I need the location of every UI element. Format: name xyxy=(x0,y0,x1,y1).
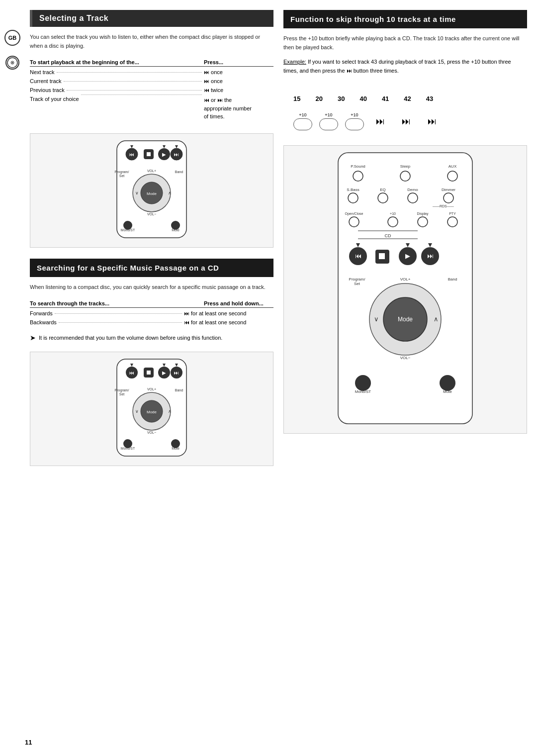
svg-text:Dimmer: Dimmer xyxy=(442,188,455,192)
backwards-label: Backwards xyxy=(30,319,57,325)
col1-header: To start playback at the beginning of th… xyxy=(30,59,204,65)
svg-text:Program/: Program/ xyxy=(115,388,129,392)
dots xyxy=(57,72,202,73)
svg-text:Mode: Mode xyxy=(147,191,157,196)
table-row: Current track ⏭ once xyxy=(30,77,273,86)
svg-text:VOL−: VOL− xyxy=(147,212,156,216)
svg-text:PTY: PTY xyxy=(449,212,456,215)
svg-text:Set: Set xyxy=(119,174,125,178)
row3-label: Previous track xyxy=(30,87,65,93)
selecting-track-header: Selecting a Track xyxy=(30,10,273,27)
svg-point-103 xyxy=(355,375,371,391)
skip-arrow-2: ⏭ xyxy=(397,116,416,127)
row1-value: ⏭ once xyxy=(204,69,273,75)
svg-point-59 xyxy=(353,171,363,181)
svg-text:——RDS——: ——RDS—— xyxy=(433,204,454,208)
svg-point-2 xyxy=(12,62,13,64)
track-20: 20 xyxy=(315,95,322,102)
plus10-oval-2 xyxy=(319,118,338,130)
left-column: Selecting a Track You can select the tra… xyxy=(30,10,273,746)
svg-text:⏮: ⏮ xyxy=(129,370,134,376)
svg-point-66 xyxy=(348,193,358,203)
track-numbers-diagram: 15 20 30 40 41 42 43 +10 +10 xyxy=(283,85,527,133)
table-header: To start playback at the beginning of th… xyxy=(30,59,273,67)
svg-text:⏭: ⏭ xyxy=(427,252,434,260)
table-row: Next track ⏭ once xyxy=(30,68,273,77)
svg-text:Program/: Program/ xyxy=(349,277,366,282)
svg-text:⏮: ⏮ xyxy=(129,152,134,157)
svg-text:Band: Band xyxy=(448,277,457,282)
plus10-btn-3: +10 xyxy=(345,112,364,130)
svg-point-67 xyxy=(378,193,388,203)
svg-point-69 xyxy=(444,193,453,203)
track-42: 42 xyxy=(404,95,411,102)
remote-image-2: ⏮ ▶ ⏭ Program/ Set Band VOL+ xyxy=(30,352,273,466)
row3-value: ⏮ twice xyxy=(204,87,273,93)
skip-tracks-intro: Press the +10 button briefly while playi… xyxy=(283,34,527,52)
gb-badge: GB xyxy=(4,30,20,46)
dots xyxy=(67,90,202,91)
remote-svg-2: ⏮ ▶ ⏭ Program/ Set Band VOL+ xyxy=(87,357,216,461)
table-row: Forwards ⏭ for at least one second xyxy=(30,309,273,318)
example-text: Example: If you want to select track 43 … xyxy=(283,58,527,75)
search-note: ➤ It is recommended that you turn the vo… xyxy=(30,335,273,342)
svg-rect-7 xyxy=(147,152,151,156)
dots xyxy=(81,94,202,95)
svg-text:Mute: Mute xyxy=(172,228,179,232)
svg-text:Mode: Mode xyxy=(147,410,157,414)
svg-text:AUX: AUX xyxy=(448,164,457,169)
svg-text:Set: Set xyxy=(354,282,360,286)
track-arrows-row: +10 +10 +10 ⏭ xyxy=(293,109,527,133)
svg-text:Open/Close: Open/Close xyxy=(345,212,363,216)
svg-text:Mono/ST: Mono/ST xyxy=(121,228,135,232)
svg-point-77 xyxy=(418,217,428,227)
backwards-value: ⏮ for at least one second xyxy=(184,319,273,325)
right-remote-svg: P.Sound Sleep AUX S.Bass EQ Demo Dimmer xyxy=(318,150,492,429)
svg-text:VOL−: VOL− xyxy=(147,431,156,434)
svg-text:EQ: EQ xyxy=(380,188,386,192)
selecting-track-table: To start playback at the beginning of th… xyxy=(30,59,273,122)
svg-text:⏮: ⏮ xyxy=(355,252,361,260)
svg-rect-33 xyxy=(147,371,151,375)
svg-text:⏭: ⏭ xyxy=(174,152,179,157)
svg-text:CD: CD xyxy=(385,233,391,238)
table-row: Backwards ⏮ for at least one second xyxy=(30,318,273,327)
svg-text:Set: Set xyxy=(119,392,125,396)
svg-text:Band: Band xyxy=(175,388,183,392)
example-label: Example: xyxy=(283,59,306,65)
svg-text:▶: ▶ xyxy=(405,252,410,260)
page-number: 11 xyxy=(25,739,32,746)
skip-arrow-1: ⏭ xyxy=(371,116,390,127)
cd-icon xyxy=(5,56,19,70)
svg-text:Program/: Program/ xyxy=(115,170,129,174)
track-43: 43 xyxy=(426,95,433,102)
forwards-label: Forwards xyxy=(30,310,53,316)
svg-text:Display: Display xyxy=(417,212,429,216)
right-column: Function to skip through 10 tracks at a … xyxy=(283,10,527,746)
svg-text:VOL+: VOL+ xyxy=(400,277,411,282)
svg-text:▶: ▶ xyxy=(162,370,166,376)
plus10-oval-1 xyxy=(293,118,312,130)
plus10-btn-1: +10 xyxy=(293,112,312,130)
svg-text:Band: Band xyxy=(175,170,183,174)
row2-label: Current track xyxy=(30,78,62,84)
svg-text:VOL+: VOL+ xyxy=(147,169,156,173)
plus10-btn-2: +10 xyxy=(319,112,338,130)
svg-point-105 xyxy=(440,375,455,391)
plus10-label-1: +10 xyxy=(299,112,306,117)
svg-text:Demo: Demo xyxy=(407,188,418,192)
table-row: Previous track ⏮ twice xyxy=(30,86,273,94)
skip-arrow-3: ⏭ xyxy=(423,116,442,127)
row1-label: Next track xyxy=(30,69,55,75)
col2-header: Press... xyxy=(204,59,273,65)
search-col1-header: To search through the tracks... xyxy=(30,300,204,306)
row4-label: Track of your choice xyxy=(30,96,79,102)
svg-point-68 xyxy=(408,193,418,203)
dots xyxy=(55,313,182,314)
row4-value: ⏮ or ⏭ theappropriate numberof times. xyxy=(204,96,273,121)
svg-text:Mono/ST: Mono/ST xyxy=(355,389,371,394)
svg-point-75 xyxy=(349,217,359,227)
track-numbers-row: 15 20 30 40 41 42 43 xyxy=(293,90,527,102)
track-30: 30 xyxy=(338,95,345,102)
svg-text:Mono/ST: Mono/ST xyxy=(121,447,135,450)
